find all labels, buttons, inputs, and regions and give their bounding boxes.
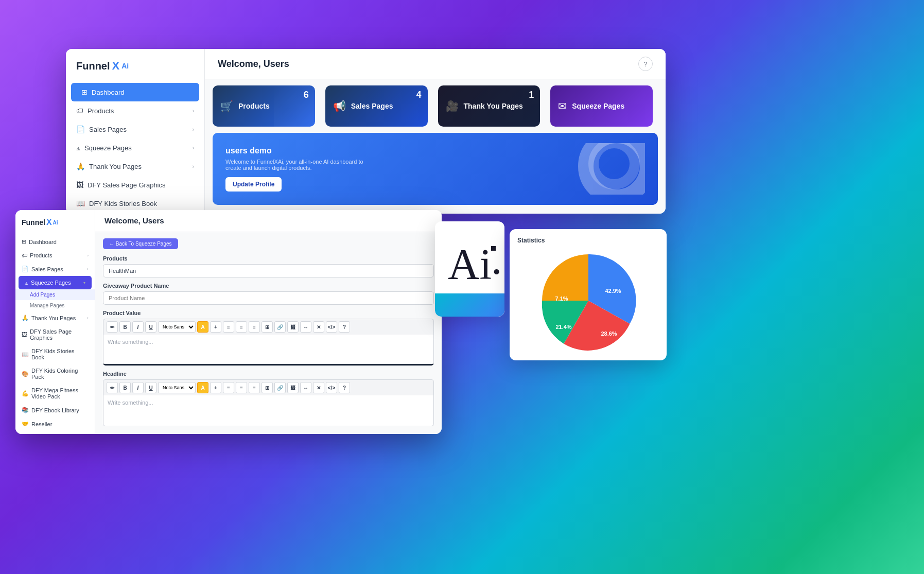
- header-back: Welcome, Users ?: [205, 49, 666, 79]
- product-value-placeholder: Write something...: [108, 339, 153, 345]
- squeeze-icon-back: ⟁: [76, 144, 80, 152]
- toolbar-underline-btn[interactable]: U: [145, 321, 156, 333]
- nav-reseller-front[interactable]: 🤝 Reseller: [15, 417, 95, 431]
- nav-products-front[interactable]: 🏷 Products ›: [15, 249, 95, 262]
- squeeze-icon-front: ⟁: [25, 280, 28, 286]
- logo-ai-back: Ai: [121, 62, 129, 70]
- toolbar-image-btn-2[interactable]: 🖼: [287, 382, 299, 393]
- toolbar-plus-btn[interactable]: +: [210, 321, 221, 333]
- nav-thankyou-front[interactable]: 🙏 Thank You Pages ›: [15, 311, 95, 325]
- toolbar-bold-btn[interactable]: B: [119, 321, 131, 333]
- dfy-coloring-icon-front: 🎨: [22, 371, 29, 377]
- dfy-fitness-icon-front: 💪: [22, 390, 29, 397]
- toolbar-align-left-btn-2[interactable]: ≡: [223, 382, 234, 393]
- help-button-back[interactable]: ?: [638, 57, 653, 71]
- toolbar-pen-btn[interactable]: ✏: [107, 321, 118, 333]
- toolbar-remove-btn[interactable]: ✕: [313, 321, 324, 333]
- giveaway-input[interactable]: [103, 291, 434, 305]
- nav-add-pages-label-front: Add Pages: [30, 292, 55, 298]
- sales-icon-front: 📄: [22, 266, 29, 272]
- pie-chart: 42.9% 28.6% 21.4% 7.1%: [537, 249, 640, 352]
- toolbar-help-btn[interactable]: ?: [339, 321, 350, 333]
- nav-dashboard-front[interactable]: ⊞ Dashboard: [15, 235, 95, 249]
- nav-add-pages-front[interactable]: Add Pages: [15, 289, 95, 300]
- nav-dfy-sales-front[interactable]: 🖼 DFY Sales Page Graphics: [15, 325, 95, 344]
- toolbar-link-btn[interactable]: 🔗: [274, 321, 286, 333]
- nav-thankyou-back[interactable]: 🙏 Thank You Pages ›: [66, 157, 204, 176]
- toolbar-help-btn-2[interactable]: ?: [339, 382, 350, 393]
- banner-title-back: users demo: [225, 146, 380, 155]
- toolbar-code-btn-2[interactable]: </>: [326, 382, 337, 393]
- toolbar-table-btn-2[interactable]: ⊞: [261, 382, 273, 393]
- thankyou-icon-front: 🙏: [22, 315, 29, 321]
- toolbar-resize-btn-2[interactable]: ↔: [300, 382, 311, 393]
- squeeze-arrow-back: ›: [193, 145, 194, 151]
- back-to-squeeze-button[interactable]: ← Back To Squeeze Pages: [103, 238, 178, 249]
- ai-text: Ai ·: [448, 239, 492, 289]
- logo-back: Funnel X Ai: [66, 59, 204, 83]
- toolbar-align-right-btn-2[interactable]: ≡: [249, 382, 260, 393]
- nav-dashboard-back[interactable]: ⊞ Dashboard: [71, 83, 199, 101]
- toolbar-italic-btn-2[interactable]: I: [132, 382, 144, 393]
- toolbar-link-btn-2[interactable]: 🔗: [274, 382, 286, 393]
- card-products-label-back: Products: [238, 102, 270, 110]
- nav-dfy-fitness-front[interactable]: 💪 DFY Mega Fitness Video Pack: [15, 384, 95, 403]
- card-thankyou-back[interactable]: 🎥 Thank You Pages 1: [438, 85, 541, 127]
- headline-editor[interactable]: Write something...: [103, 395, 434, 426]
- toolbar-table-btn[interactable]: ⊞: [261, 321, 273, 333]
- products-arrow-back: ›: [193, 108, 194, 114]
- toolbar-align-right-btn[interactable]: ≡: [249, 321, 260, 333]
- card-squeeze-icon-back: ✉: [558, 100, 567, 112]
- toolbar-image-btn[interactable]: 🖼: [287, 321, 299, 333]
- nav-squeeze-back[interactable]: ⟁ Squeeze Pages ›: [66, 138, 204, 157]
- toolbar-align-center-btn-2[interactable]: ≡: [236, 382, 247, 393]
- toolbar-underline-btn-2[interactable]: U: [145, 382, 156, 393]
- sales-arrow-front: ›: [87, 267, 89, 271]
- dfy-sales-icon-front: 🖼: [22, 332, 27, 338]
- toolbar-plus-btn-2[interactable]: +: [210, 382, 221, 393]
- nav-upgrade-front[interactable]: ⬆ Upgrade: [15, 431, 95, 434]
- ai-card: Ai ·: [435, 221, 504, 317]
- nav-ebook-front[interactable]: 📚 DFY Ebook Library: [15, 403, 95, 417]
- nav-sales-back[interactable]: 📄 Sales Pages ›: [66, 120, 204, 138]
- headline-label: Headline: [103, 371, 434, 377]
- toolbar-font-select[interactable]: Noto Sans: [158, 321, 196, 333]
- nav-dfy-kids-stories-front[interactable]: 📖 DFY Kids Stories Book: [15, 344, 95, 364]
- headline-placeholder: Write something...: [108, 399, 153, 406]
- products-select[interactable]: HealthMan: [103, 264, 434, 277]
- pie-label-red: 28.6%: [601, 331, 617, 337]
- squeeze-arrow-front: ▾: [83, 281, 85, 285]
- nav-ebook-label-front: DFY Ebook Library: [31, 407, 79, 413]
- card-products-back[interactable]: 🛒 Products 6: [213, 85, 315, 127]
- toolbar-italic-btn[interactable]: I: [132, 321, 144, 333]
- toolbar-remove-btn-2[interactable]: ✕: [313, 382, 324, 393]
- ai-card-content: Ai ·: [435, 221, 504, 317]
- toolbar-font-select-2[interactable]: Noto Sans: [158, 382, 196, 393]
- products-arrow-front: ›: [87, 253, 89, 258]
- card-sales-back[interactable]: 📢 Sales Pages 4: [325, 85, 428, 127]
- toolbar-pen-btn-2[interactable]: ✏: [107, 382, 118, 393]
- logo-x-front: X: [46, 218, 52, 227]
- logo-front: Funnel X Ai: [15, 218, 95, 235]
- dfy-sales-icon-back: 🖼: [76, 181, 83, 189]
- nav-sales-front[interactable]: 📄 Sales Pages ›: [15, 262, 95, 276]
- banner-illustration-back: [542, 143, 645, 195]
- card-squeeze-back[interactable]: ✉ Squeeze Pages: [550, 85, 653, 127]
- product-value-editor[interactable]: Write something...: [103, 335, 434, 366]
- nav-squeeze-front[interactable]: ⟁ Squeeze Pages ▾: [19, 276, 92, 289]
- nav-manage-pages-front[interactable]: Manage Pages: [15, 300, 95, 311]
- nav-products-label-back: Products: [88, 107, 114, 115]
- pie-segment-yellow: [542, 254, 588, 301]
- nav-dfy-sales-back[interactable]: 🖼 DFY Sales Page Graphics: [66, 176, 204, 194]
- toolbar-align-left-btn[interactable]: ≡: [223, 321, 234, 333]
- toolbar-code-btn[interactable]: </>: [326, 321, 337, 333]
- toolbar-bold-btn-2[interactable]: B: [119, 382, 131, 393]
- nav-dfy-coloring-front[interactable]: 🎨 DFY Kids Coloring Pack: [15, 364, 95, 384]
- toolbar-highlight-btn[interactable]: A: [197, 321, 208, 333]
- toolbar-align-center-btn[interactable]: ≡: [236, 321, 247, 333]
- nav-products-back[interactable]: 🏷 Products ›: [66, 101, 204, 120]
- update-profile-button-back[interactable]: Update Profile: [225, 177, 282, 192]
- dfy-kids-stories-icon-front: 📖: [22, 351, 29, 358]
- toolbar-resize-btn[interactable]: ↔: [300, 321, 311, 333]
- toolbar-highlight-btn-2[interactable]: A: [197, 382, 208, 393]
